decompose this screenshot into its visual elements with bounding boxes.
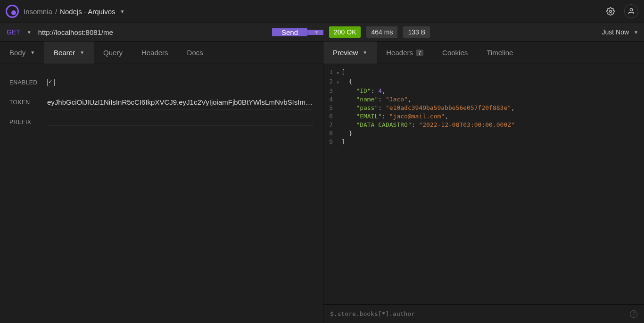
json-trail: , [382, 87, 386, 94]
history-label: Just Now [602, 28, 629, 36]
chevron-down-icon: ▼ [120, 9, 125, 14]
tab-body[interactable]: Body ▼ [0, 41, 44, 64]
tab-headers[interactable]: Headers [132, 41, 178, 64]
json-trail: , [511, 104, 515, 111]
auth-enabled-checkbox[interactable] [47, 79, 55, 86]
response-tabs: Preview ▼ Headers 7 Cookies Timeline [323, 41, 644, 64]
tab-label: Headers [386, 49, 413, 57]
titlebar: Insomnia / Nodejs - Arquivos ▼ [0, 0, 644, 23]
tab-docs[interactable]: Docs [178, 41, 213, 64]
url-row: GET ▼ Send ▼ [0, 23, 323, 41]
auth-form: ENABLED TOKEN eyJhbGciOiJIUzI1NiIsInR5cC… [0, 64, 323, 323]
auth-token-label: TOKEN [9, 99, 38, 106]
response-pane: Preview ▼ Headers 7 Cookies Timeline 1▼[… [323, 41, 644, 323]
auth-prefix-row: PREFIX [9, 112, 314, 132]
account-button[interactable] [624, 4, 638, 18]
request-tabs: Body ▼ Bearer ▼ Query Headers Docs [0, 41, 323, 64]
breadcrumb-root: Insomnia [24, 8, 52, 16]
tab-label: Cookies [442, 49, 468, 57]
json-colon: : [382, 113, 389, 120]
json-value: 4 [378, 87, 382, 94]
json-key: "name" [356, 96, 378, 103]
tab-preview[interactable]: Preview ▼ [323, 41, 377, 64]
tab-label: Query [103, 49, 123, 57]
send-button[interactable]: Send [272, 28, 307, 36]
tab-timeline[interactable]: Timeline [477, 41, 522, 64]
tab-response-headers[interactable]: Headers 7 [377, 41, 433, 64]
status-code: 200 [334, 28, 345, 36]
json-colon: : [412, 121, 419, 128]
url-bar: GET ▼ Send ▼ 200 OK 464 ms 133 B Just No… [0, 23, 644, 41]
auth-prefix-input[interactable] [47, 119, 314, 125]
send-label: Send [281, 28, 298, 36]
tab-query[interactable]: Query [94, 41, 132, 64]
request-pane: Body ▼ Bearer ▼ Query Headers Docs ENABL… [0, 41, 323, 323]
chevron-down-icon: ▼ [27, 30, 32, 35]
chevron-down-icon: ▼ [634, 30, 638, 35]
tab-cookies[interactable]: Cookies [433, 41, 477, 64]
json-value: "jaco@mail.com" [389, 113, 445, 120]
code-text: } [341, 130, 352, 137]
gear-icon [606, 7, 615, 16]
tab-label: Docs [187, 49, 203, 57]
code-indent [341, 121, 356, 128]
chevron-down-icon: ▼ [80, 50, 84, 55]
json-key: "DATA_CADASTRO" [356, 121, 411, 128]
code-indent [341, 87, 356, 94]
json-key: "EMAIL" [356, 113, 382, 120]
auth-token-input[interactable]: eyJhbGciOiJIUzI1NiIsInR5cCI6IkpXVCJ9.eyJ… [47, 95, 314, 109]
tab-label: Headers [141, 49, 168, 57]
json-value: "e10adc3949ba59abbe56e057f20f883e" [386, 104, 511, 111]
code-text: ] [341, 138, 345, 145]
json-key: "ID" [356, 87, 371, 94]
status-group: 200 OK 464 ms 133 B [329, 26, 430, 38]
method-label: GET [7, 28, 20, 36]
app-logo [6, 5, 19, 18]
breadcrumb[interactable]: Insomnia / Nodejs - Arquivos ▼ [24, 8, 125, 16]
chevron-down-icon: ▼ [314, 30, 319, 35]
help-icon[interactable]: ? [630, 310, 637, 318]
code-indent [341, 96, 356, 103]
tab-label: Preview [333, 49, 358, 57]
json-key: "pass" [356, 104, 378, 111]
breadcrumb-project: Nodejs - Arquivos [60, 8, 116, 16]
code-indent [341, 113, 356, 120]
code-text: { [341, 78, 352, 85]
json-trail: , [445, 113, 448, 120]
response-body[interactable]: 1▼[ 2▼ { 3 "ID": 4, 4 "name": "Jaco", 5 … [323, 64, 644, 304]
titlebar-right [603, 4, 638, 18]
tab-label: Body [9, 49, 25, 57]
tab-auth[interactable]: Bearer ▼ [44, 41, 94, 64]
chevron-down-icon: ▼ [30, 50, 35, 55]
tab-label: Timeline [487, 49, 513, 57]
json-colon: : [378, 104, 386, 111]
url-input[interactable] [38, 28, 272, 36]
breadcrumb-sep: / [55, 8, 57, 16]
json-value: "Jaco" [386, 96, 408, 103]
headers-count-badge: 7 [416, 50, 423, 56]
response-time: 464 ms [366, 26, 397, 38]
json-trail: , [408, 96, 412, 103]
auth-token-row: TOKEN eyJhbGciOiJIUzI1NiIsInR5cCI6IkpXVC… [9, 92, 314, 112]
status-badge: 200 OK [329, 26, 361, 38]
settings-button[interactable] [603, 4, 618, 18]
send-dropdown[interactable]: ▼ [307, 30, 323, 35]
response-meta: 200 OK 464 ms 133 B Just Now ▼ [323, 23, 644, 41]
method-select[interactable]: GET ▼ [0, 28, 38, 36]
status-text: OK [347, 28, 356, 36]
titlebar-left: Insomnia / Nodejs - Arquivos ▼ [6, 5, 125, 18]
svg-point-1 [630, 8, 632, 11]
svg-point-0 [610, 10, 612, 13]
auth-prefix-label: PREFIX [9, 119, 38, 125]
user-icon [627, 8, 635, 15]
tab-label: Bearer [54, 49, 75, 57]
jsonpath-filter-input[interactable] [330, 310, 607, 317]
auth-enabled-field [47, 79, 314, 86]
filter-bar: ? [323, 304, 644, 323]
history-dropdown[interactable]: Just Now ▼ [602, 28, 638, 36]
json-value: "2022-12-08T03:00:00.000Z" [419, 121, 515, 128]
response-size: 133 B [403, 26, 430, 38]
main: Body ▼ Bearer ▼ Query Headers Docs ENABL… [0, 41, 644, 323]
code-text: [ [341, 68, 345, 75]
json-colon: : [371, 87, 379, 94]
